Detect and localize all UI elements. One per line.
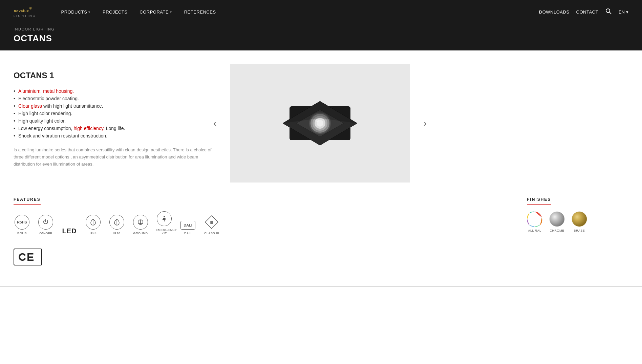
- list-item: Aluminium, metal housing.: [14, 88, 217, 94]
- nav-projects[interactable]: PROJECTS: [98, 7, 132, 17]
- led-icon: LED: [62, 227, 77, 235]
- on-off-icon: [38, 215, 53, 230]
- emergency-kit-icon: [157, 211, 172, 226]
- svg-text:CE: CE: [18, 251, 35, 263]
- dali-icon: DALI: [180, 221, 195, 230]
- ip20-icon: [109, 215, 124, 230]
- list-item: High light color rendering.: [14, 111, 217, 116]
- list-item: Shock and vibration resistant constructi…: [14, 133, 217, 138]
- main-content: OCTANS 1 Aluminium, metal housing. Elect…: [0, 50, 642, 183]
- logo-subtitle: LIGHTING: [14, 14, 36, 18]
- list-item: Electrostatic powder coating.: [14, 96, 217, 101]
- nav-corporate[interactable]: CORPORATE ▾: [135, 7, 176, 17]
- list-item: High quality light color.: [14, 118, 217, 124]
- all-ral-icon: [527, 211, 542, 227]
- breadcrumb: INDOOR LIGHTING: [14, 27, 628, 31]
- finish-chrome: CHROME: [549, 211, 565, 232]
- svg-point-11: [315, 119, 319, 122]
- logo[interactable]: novalux® LIGHTING: [14, 6, 36, 18]
- nav-contact[interactable]: CONTACT: [576, 9, 598, 15]
- footer-divider: [0, 286, 642, 287]
- product-features-list: Aluminium, metal housing. Electrostatic …: [14, 88, 217, 138]
- product-carousel: ‹: [230, 64, 410, 183]
- main-nav: PRODUCTS ▾ PROJECTS CORPORATE ▾ REFERENC…: [57, 7, 539, 17]
- products-dropdown-arrow: ▾: [88, 10, 90, 14]
- class-iii-icon: III: [204, 215, 219, 230]
- nav-downloads[interactable]: DOWNLOADS: [539, 9, 570, 15]
- feature-rohs: RoHS ROHS: [14, 215, 30, 235]
- feature-emergency-kit: EMERGENCY KIT: [156, 211, 173, 235]
- features-label: FEATURES: [14, 197, 41, 205]
- ce-section: CE: [0, 242, 642, 279]
- rohs-icon: RoHS: [15, 215, 29, 230]
- page-header: INDOOR LIGHTING OCTANS: [0, 24, 642, 50]
- lang-dropdown-arrow: ▾: [626, 9, 628, 15]
- carousel-prev-button[interactable]: ‹: [213, 118, 216, 129]
- nav-products[interactable]: PRODUCTS ▾: [57, 7, 95, 17]
- ce-mark: CE: [14, 249, 42, 265]
- svg-line-1: [609, 12, 611, 14]
- ip44-icon: [86, 215, 101, 230]
- finishes-row: ALL RAL CHROME: [527, 211, 628, 232]
- nav-references[interactable]: REFERENCES: [179, 7, 221, 17]
- svg-point-23: [531, 215, 539, 223]
- svg-point-24: [550, 212, 564, 227]
- feature-ip44: IP44: [85, 215, 102, 235]
- main-header: novalux® LIGHTING PRODUCTS ▾ PROJECTS CO…: [0, 0, 642, 24]
- ground-icon: [133, 215, 148, 230]
- finishes-block: FINISHES ALL RAL: [527, 196, 628, 232]
- search-icon[interactable]: [605, 8, 612, 16]
- feature-led: LED: [61, 227, 78, 235]
- product-description: Is a ceiling luminaire series that combi…: [14, 147, 217, 168]
- chrome-icon: [549, 211, 565, 227]
- finish-all-ral: ALL RAL: [527, 211, 542, 232]
- svg-point-19: [164, 216, 165, 217]
- logo-brand: novalux®: [14, 6, 32, 14]
- finishes-label: FINISHES: [527, 197, 551, 205]
- page-title: OCTANS: [14, 33, 628, 44]
- brass-icon: [572, 211, 587, 227]
- feature-ip20: IP20: [108, 215, 125, 235]
- features-block: FEATURES RoHS ROHS ON-OFF: [14, 196, 507, 235]
- features-icons-row: RoHS ROHS ON-OFF LED: [14, 211, 507, 235]
- product-info: OCTANS 1 Aluminium, metal housing. Elect…: [14, 64, 217, 168]
- product-image-svg: [266, 86, 374, 160]
- finish-brass: BRASS: [572, 211, 587, 232]
- list-item: Low energy consumption, high efficiency.…: [14, 126, 217, 131]
- feature-on-off: ON-OFF: [37, 215, 54, 235]
- svg-point-25: [572, 212, 587, 227]
- feature-dali: DALI DALI: [179, 221, 196, 235]
- feature-class-iii: III CLASS III: [203, 215, 220, 235]
- lang-selector[interactable]: EN ▾: [619, 9, 628, 15]
- svg-text:III: III: [210, 221, 213, 224]
- carousel-next-button[interactable]: ›: [424, 118, 427, 129]
- product-name: OCTANS 1: [14, 71, 217, 80]
- nav-right: DOWNLOADS CONTACT EN ▾: [539, 8, 628, 16]
- corporate-dropdown-arrow: ▾: [170, 10, 172, 14]
- carousel-image: [230, 64, 410, 183]
- features-finishes-section: FEATURES RoHS ROHS ON-OFF: [0, 183, 642, 242]
- feature-ground: GROUND: [132, 215, 149, 235]
- svg-point-0: [606, 9, 610, 13]
- list-item: Clear glass with high light transmittanc…: [14, 103, 217, 109]
